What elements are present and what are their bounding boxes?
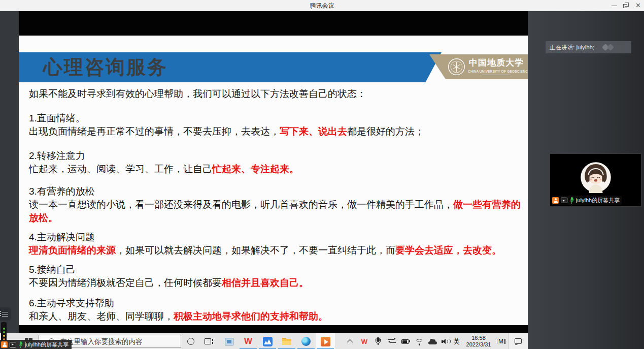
clock-date: 2022/3/31 xyxy=(466,341,491,348)
slide-point-5: 5.接纳自己 不要因为情绪消极就否定自己，任何时候都要相信并且喜欢自己。 xyxy=(29,263,521,290)
slide-point-3: 3.有营养的放松 读一本一直想读的小说，看一部还没来得及看的电影，听几首喜欢的音… xyxy=(29,185,521,225)
member-icon xyxy=(1,341,8,348)
slide-point-1: 1.直面情绪。 出现负面情绪是再正常不过的事情，不要去压抑，去表达，写下来、说出… xyxy=(29,112,521,138)
slide-point-2: 2.转移注意力 忙起来，运动、阅读、学习、工作，让自己忙起来、专注起来。 xyxy=(29,149,521,176)
taskbar: W W xyxy=(0,333,528,349)
thumbnail-name-label: julylhh的屏幕共享 xyxy=(552,196,622,205)
cortana-icon[interactable] xyxy=(182,333,200,349)
note-icon[interactable] xyxy=(508,333,528,349)
letterbox-top xyxy=(19,11,528,36)
meeting-app-icon[interactable] xyxy=(258,333,277,349)
slide-intro: 如果不能及时寻求到有效的心理帮助，我们可以通过以下方法改善自己的状态： xyxy=(29,87,521,101)
screen-share-icon xyxy=(10,342,16,347)
member-list-toggle[interactable] xyxy=(0,307,11,321)
member-icon xyxy=(552,197,559,204)
restore-icon[interactable] xyxy=(620,0,632,11)
screen-share-icon xyxy=(561,198,567,203)
presentation-app-icon[interactable] xyxy=(316,333,335,349)
presentation-slide: 心理咨询服务 中国地质大学 CHINA UNIVERSITY OF GEOSCI… xyxy=(19,36,528,325)
chevron-up-icon[interactable] xyxy=(343,333,358,349)
screen-share-label: julylhh的屏幕共享 xyxy=(0,340,72,349)
speaking-banner: 正在讲话: julylhh; xyxy=(546,41,631,53)
letterbox-bottom xyxy=(19,325,528,333)
search-input[interactable] xyxy=(59,337,176,346)
slide-point-4: 4.主动解决问题 理清负面情绪的来源，如果可以就去解决问题，如果解决不了，不要一… xyxy=(29,231,521,257)
title-bar: 腾讯会议 ✕ xyxy=(0,0,644,11)
minimize-icon[interactable] xyxy=(608,0,621,11)
university-motto-line xyxy=(482,75,511,76)
cloud-icon[interactable] xyxy=(425,333,439,349)
speaking-label: 正在讲话: julylhh; xyxy=(550,44,594,51)
point-heading: 2.转移注意力 xyxy=(29,149,521,163)
photo-app-icon[interactable] xyxy=(219,333,239,349)
thumbnail-name-text: julylhh的屏幕共享 xyxy=(576,197,620,204)
slide-title: 心理咨询服务 xyxy=(43,54,168,80)
app-window: 腾讯会议 ✕ 心理咨询服务 中国地质大学 CHINA UNIVERSITY OF… xyxy=(0,0,644,349)
speaker-icon[interactable] xyxy=(438,333,452,349)
university-name-en: CHINA UNIVERSITY OF GEOSCIENCES xyxy=(468,70,525,73)
tray-m-icon[interactable]: M xyxy=(493,333,509,349)
letterbox-left xyxy=(0,11,19,333)
microphone-icon[interactable] xyxy=(371,333,385,349)
meeting-logo-watermark xyxy=(601,44,618,51)
point-heading: 6.主动寻求支持帮助 xyxy=(29,297,521,310)
point-body: 忙起来，运动、阅读、学习、工作，让自己忙起来、专注起来。 xyxy=(29,163,521,176)
point-heading: 5.接纳自己 xyxy=(29,263,521,276)
point-body: 出现负面情绪是再正常不过的事情，不要去压抑，去表达，写下来、说出去都是很好的方法… xyxy=(29,125,521,138)
wps-icon[interactable]: W xyxy=(239,333,258,349)
university-banner: 中国地质大学 CHINA UNIVERSITY OF GEOSCIENCES xyxy=(429,54,528,79)
input-language-indicator[interactable]: 英 xyxy=(451,333,463,349)
wps-tray-icon[interactable]: W xyxy=(357,333,371,349)
point-heading: 4.主动解决问题 xyxy=(29,231,521,244)
video-thumbnail[interactable]: julylhh的屏幕共享 xyxy=(550,153,641,207)
point-body: 和亲人、朋友、老师、同学聊聊，积极主动地寻求他们的支持和帮助。 xyxy=(29,310,521,323)
share-label-text: julylhh的屏幕共享 xyxy=(25,341,69,348)
university-name: 中国地质大学 CHINA UNIVERSITY OF GEOSCIENCES xyxy=(468,57,525,76)
taskbar-clock[interactable]: 16:58 2022/3/31 xyxy=(463,333,494,349)
mic-on-icon xyxy=(569,197,574,204)
avatar xyxy=(580,162,612,193)
slide-point-6: 6.主动寻求支持帮助 和亲人、朋友、老师、同学聊聊，积极主动地寻求他们的支持和帮… xyxy=(29,297,521,323)
close-icon[interactable]: ✕ xyxy=(632,0,644,11)
point-body: 不要因为情绪消极就否定自己，任何时候都要相信并且喜欢自己。 xyxy=(29,276,521,290)
meeting-sidebar: 正在讲话: julylhh; xyxy=(528,11,644,349)
battery-icon[interactable] xyxy=(398,333,413,349)
file-explorer-icon[interactable] xyxy=(277,333,296,349)
wifi-icon[interactable] xyxy=(412,333,426,349)
point-body: 理清负面情绪的来源，如果可以就去解决问题，如果解决不了，不要一直纠结于此，而要学… xyxy=(29,244,521,257)
edge-icon[interactable] xyxy=(296,333,316,349)
point-body: 读一本一直想读的小说，看一部还没来得及看的电影，听几首喜欢的音乐，做一件精美的手… xyxy=(29,198,521,225)
point-heading: 1.直面情绪。 xyxy=(29,112,521,125)
clock-time: 16:58 xyxy=(471,335,486,341)
university-name-cn: 中国地质大学 xyxy=(468,57,525,69)
shared-screen: 心理咨询服务 中国地质大学 CHINA UNIVERSITY OF GEOSCI… xyxy=(0,11,528,349)
point-heading: 3.有营养的放松 xyxy=(29,185,521,198)
mic-on-icon xyxy=(18,341,23,348)
university-seal-icon xyxy=(448,58,465,76)
switch-icon[interactable] xyxy=(385,333,399,349)
window-title: 腾讯会议 xyxy=(0,2,644,10)
task-view-icon[interactable] xyxy=(200,333,218,349)
